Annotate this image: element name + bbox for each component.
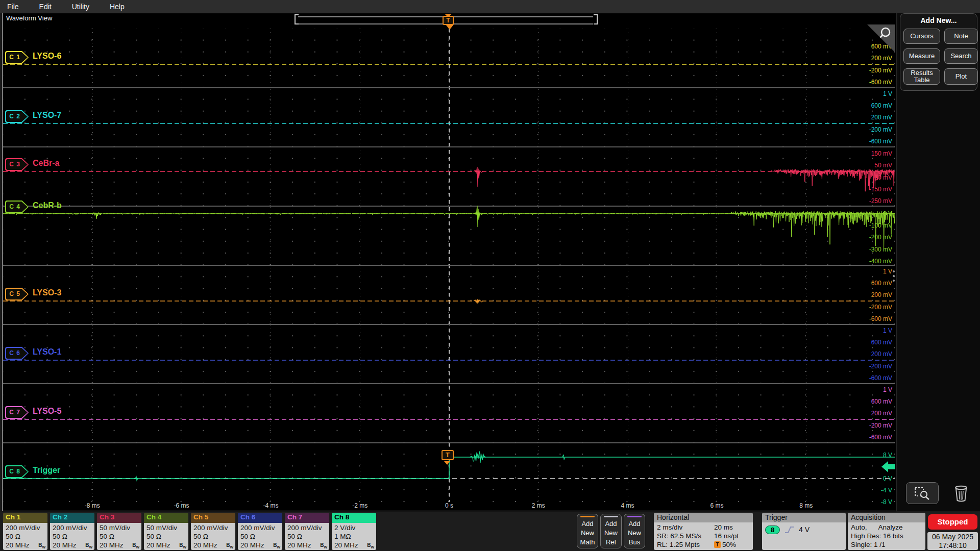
channel-badge-header: Ch 4 <box>144 513 188 523</box>
menu-item-help[interactable]: Help <box>103 3 138 11</box>
channel-setting: 200 mV/div <box>6 523 45 532</box>
channel-badge-ch2[interactable]: Ch 2200 mV/div50 Ω20 MHzBW <box>50 513 94 550</box>
channel-badge-header: Ch 1 <box>3 513 47 523</box>
channel-setting: 50 Ω <box>193 532 233 541</box>
channel-badge-body: 200 mV/div50 Ω20 MHzBW <box>285 523 329 550</box>
bandwidth-badge: BW <box>132 541 139 550</box>
add-new-plot-button[interactable]: Plot <box>944 68 978 85</box>
channel-name: LYSO-3 <box>33 288 61 297</box>
channel-tag-text: C 8 <box>5 465 24 478</box>
channel-setting: 50 Ω <box>53 532 92 541</box>
channel-badge-ch1[interactable]: Ch 1200 mV/div50 Ω20 MHzBW <box>3 513 47 550</box>
channel-badge-body: 50 mV/div50 Ω20 MHzBW <box>97 523 141 550</box>
channel-name: LYSO-1 <box>33 347 61 357</box>
add-new-results-table-button[interactable]: Results Table <box>903 68 940 85</box>
channel-badge-ch8[interactable]: Ch 82 V/div1 MΩ20 MHzBW <box>332 513 376 550</box>
accent-line <box>627 516 642 517</box>
add-new-panel: Add New... CursorsNoteMeasureSearchResul… <box>900 13 977 91</box>
horizontal-panel[interactable]: Horizontal 2 ms/div20 msSR: 62.5 MS/s16 … <box>654 513 753 550</box>
channel-setting: 20 MHzBW <box>146 541 186 550</box>
add-new-buttons: CursorsNoteMeasureSearchResults TablePlo… <box>903 29 977 85</box>
channel-badge-header: Ch 3 <box>97 513 141 523</box>
channel-badge-header: Ch 7 <box>285 513 329 523</box>
channel-name: CebR-b <box>33 201 62 210</box>
channel-setting: 50 Ω <box>146 532 186 541</box>
trigger-event-marker[interactable]: T <box>442 450 454 460</box>
channel-setting: 50 Ω <box>287 532 327 541</box>
add-new-cursors-button[interactable]: Cursors <box>903 29 940 44</box>
menu-item-utility[interactable]: Utility <box>65 3 103 11</box>
plot-area[interactable]: T 600 mV200 mV-200 mV-600 mVC 1LYSO-61 V… <box>3 24 895 511</box>
channel-setting: 20 MHzBW <box>240 541 280 550</box>
channel-badge-ch6[interactable]: Ch 6200 mV/div50 Ω20 MHzBW <box>238 513 282 550</box>
channel-name: CeBr-a <box>33 159 59 168</box>
channel-badge-ch5[interactable]: Ch 5200 mV/div50 Ω20 MHzBW <box>191 513 235 550</box>
add-new-math-button[interactable]: AddNewMath <box>577 514 598 548</box>
channel-setting: 20 MHzBW <box>53 541 92 550</box>
add-new-measure-button[interactable]: Measure <box>903 48 940 64</box>
channel-badge-body: 200 mV/div50 Ω20 MHzBW <box>238 523 282 550</box>
channel-setting: 20 MHzBW <box>334 541 374 550</box>
bandwidth-badge: BW <box>367 541 374 550</box>
channel-tag-text: C 5 <box>5 288 24 300</box>
trigger-panel[interactable]: Trigger 8 4 V <box>762 513 846 550</box>
channel-badge-ch3[interactable]: Ch 350 mV/div50 Ω20 MHzBW <box>97 513 141 550</box>
zoom-select-button[interactable] <box>906 482 939 504</box>
channel-tag-text: C 2 <box>5 110 24 123</box>
horizontal-row: SR: 62.5 MS/s16 ns/pt <box>657 532 750 540</box>
channel-setting: 20 MHzBW <box>193 541 233 550</box>
channel-badge-ch4[interactable]: Ch 450 mV/div50 Ω20 MHzBW <box>144 513 188 550</box>
date-text: 06 May 2025 <box>927 533 978 541</box>
pan-bracket-right[interactable] <box>594 14 598 24</box>
trash-icon[interactable] <box>951 483 971 504</box>
menu-item-file[interactable]: File <box>0 3 32 11</box>
waveform-view-tab[interactable]: Waveform View <box>6 14 52 22</box>
channel-name: LYSO-5 <box>33 407 61 416</box>
trigger-title: Trigger <box>762 513 846 522</box>
bandwidth-badge: BW <box>226 541 233 550</box>
trigger-level: 4 V <box>799 525 810 534</box>
bandwidth-badge: BW <box>320 541 327 550</box>
channel-badge-ch7[interactable]: Ch 7200 mV/div50 Ω20 MHzBW <box>285 513 329 550</box>
acq-mode: Auto, <box>851 523 867 532</box>
channel-name: Trigger <box>33 466 60 475</box>
horizontal-row: 2 ms/div20 ms <box>657 523 750 532</box>
menu-item-edit[interactable]: Edit <box>32 3 65 11</box>
acq-highres: High Res: 16 bits <box>851 532 923 540</box>
channel-name: LYSO-6 <box>33 52 61 61</box>
bandwidth-badge: BW <box>38 541 45 550</box>
channel-badge-header: Ch 5 <box>191 513 235 523</box>
channel-setting: 1 MΩ <box>334 532 374 541</box>
channel-badge-body: 2 V/div1 MΩ20 MHzBW <box>332 523 376 550</box>
pan-bracket-left[interactable] <box>295 14 299 24</box>
add-new-search-button[interactable]: Search <box>944 48 978 64</box>
add-new-ref-button[interactable]: AddNewRef <box>600 514 622 548</box>
channel-tag-text: C 1 <box>5 51 24 64</box>
channel-setting: 50 Ω <box>6 532 45 541</box>
channel-badge-body: 200 mV/div50 Ω20 MHzBW <box>50 523 94 550</box>
rising-edge-icon <box>785 525 795 534</box>
channel-setting: 200 mV/div <box>53 523 92 532</box>
channel-tag-text: C 7 <box>5 406 24 419</box>
trigger-position-marker[interactable]: T <box>443 16 454 25</box>
channel-badge-body: 200 mV/div50 Ω20 MHzBW <box>3 523 47 550</box>
acq-single: Single: 1 /1 <box>851 540 923 549</box>
channel-badge-header: Ch 6 <box>238 513 282 523</box>
accent-line <box>604 516 618 517</box>
waveforms-svg <box>3 24 895 511</box>
datetime-display: 06 May 2025 17:48:10 <box>927 532 978 550</box>
run-stop-button[interactable]: Stopped <box>928 514 977 530</box>
acquisition-panel[interactable]: Acquisition Auto,Analyze High Res: 16 bi… <box>848 513 925 550</box>
panel-resize-grip[interactable] <box>893 270 895 282</box>
channel-badge-body: 50 mV/div50 Ω20 MHzBW <box>144 523 188 550</box>
accent-line <box>580 516 595 517</box>
trigger-pos-icon: T <box>714 541 721 548</box>
add-new-bus-button[interactable]: AddNewBus <box>624 514 645 548</box>
trigger-event-marker-pointer <box>444 461 450 465</box>
add-new-title: Add New... <box>900 16 977 24</box>
channel-setting: 2 V/div <box>334 523 374 532</box>
right-sidebar: Add New... CursorsNoteMeasureSearchResul… <box>897 13 980 511</box>
menu-bar: FileEditUtilityHelp <box>0 0 980 13</box>
channel-tag-text: C 3 <box>5 158 24 171</box>
add-new-note-button[interactable]: Note <box>944 29 978 44</box>
